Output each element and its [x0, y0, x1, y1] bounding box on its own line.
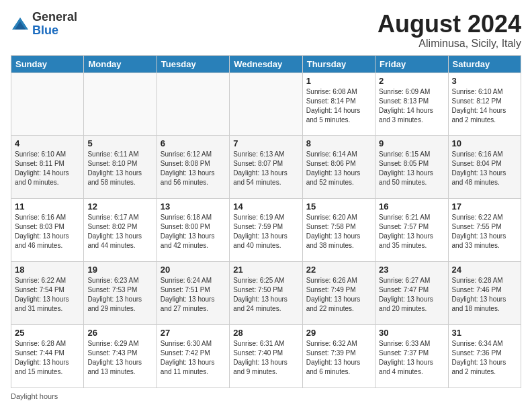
day-number: 18 [15, 265, 80, 275]
day-number: 20 [161, 265, 226, 275]
day-number: 25 [15, 328, 80, 338]
calendar-cell [11, 73, 84, 136]
calendar-cell: 18Sunrise: 6:22 AM Sunset: 7:54 PM Dayli… [11, 262, 84, 325]
day-number: 24 [452, 265, 517, 275]
day-info: Sunrise: 6:12 AM Sunset: 8:08 PM Dayligh… [161, 150, 226, 187]
calendar-cell: 7Sunrise: 6:13 AM Sunset: 8:07 PM Daylig… [230, 136, 302, 199]
calendar-cell [157, 73, 229, 136]
day-info: Sunrise: 6:27 AM Sunset: 7:47 PM Dayligh… [379, 276, 444, 314]
calendar-day-header: Tuesday [157, 55, 229, 73]
logo-general-text: General [32, 10, 77, 24]
calendar-cell: 23Sunrise: 6:27 AM Sunset: 7:47 PM Dayli… [375, 262, 448, 325]
day-number: 7 [233, 138, 298, 148]
day-info: Sunrise: 6:08 AM Sunset: 8:14 PM Dayligh… [306, 87, 371, 125]
calendar-day-header: Monday [84, 55, 157, 73]
calendar-cell: 31Sunrise: 6:34 AM Sunset: 7:36 PM Dayli… [448, 325, 521, 388]
calendar-week-row: 18Sunrise: 6:22 AM Sunset: 7:54 PM Dayli… [11, 262, 521, 325]
calendar-cell: 25Sunrise: 6:28 AM Sunset: 7:44 PM Dayli… [11, 325, 84, 388]
calendar-cell: 16Sunrise: 6:21 AM Sunset: 7:57 PM Dayli… [375, 199, 448, 262]
day-info: Sunrise: 6:29 AM Sunset: 7:43 PM Dayligh… [87, 339, 152, 377]
day-info: Sunrise: 6:21 AM Sunset: 7:57 PM Dayligh… [379, 213, 444, 250]
day-number: 29 [306, 328, 371, 338]
calendar-cell: 3Sunrise: 6:10 AM Sunset: 8:12 PM Daylig… [448, 73, 521, 136]
day-number: 21 [233, 265, 298, 275]
day-info: Sunrise: 6:22 AM Sunset: 7:55 PM Dayligh… [452, 213, 517, 250]
day-info: Sunrise: 6:22 AM Sunset: 7:54 PM Dayligh… [15, 276, 80, 314]
day-info: Sunrise: 6:14 AM Sunset: 8:06 PM Dayligh… [306, 150, 371, 187]
calendar-cell: 28Sunrise: 6:31 AM Sunset: 7:40 PM Dayli… [230, 325, 302, 388]
calendar-cell: 30Sunrise: 6:33 AM Sunset: 7:37 PM Dayli… [375, 325, 448, 388]
day-info: Sunrise: 6:24 AM Sunset: 7:51 PM Dayligh… [161, 276, 226, 314]
day-info: Sunrise: 6:09 AM Sunset: 8:13 PM Dayligh… [379, 87, 444, 125]
calendar-day-header: Thursday [302, 55, 375, 73]
title-block: August 2024 Aliminusa, Sicily, Italy [378, 11, 521, 50]
day-info: Sunrise: 6:20 AM Sunset: 7:58 PM Dayligh… [306, 213, 371, 250]
calendar-cell [230, 73, 302, 136]
day-info: Sunrise: 6:25 AM Sunset: 7:50 PM Dayligh… [233, 276, 298, 314]
day-info: Sunrise: 6:30 AM Sunset: 7:42 PM Dayligh… [161, 339, 226, 377]
calendar-day-header: Saturday [448, 55, 521, 73]
calendar-cell: 10Sunrise: 6:16 AM Sunset: 8:04 PM Dayli… [448, 136, 521, 199]
calendar-cell: 26Sunrise: 6:29 AM Sunset: 7:43 PM Dayli… [84, 325, 157, 388]
daylight-label: Daylight hours [11, 392, 58, 400]
day-number: 5 [87, 138, 152, 148]
calendar-cell: 9Sunrise: 6:15 AM Sunset: 8:05 PM Daylig… [375, 136, 448, 199]
day-info: Sunrise: 6:18 AM Sunset: 8:00 PM Dayligh… [161, 213, 226, 250]
day-number: 13 [161, 201, 226, 212]
day-number: 16 [379, 201, 444, 212]
calendar-cell: 21Sunrise: 6:25 AM Sunset: 7:50 PM Dayli… [230, 262, 302, 325]
day-number: 3 [452, 76, 517, 86]
calendar-cell: 11Sunrise: 6:16 AM Sunset: 8:03 PM Dayli… [11, 199, 84, 262]
calendar-cell: 24Sunrise: 6:28 AM Sunset: 7:46 PM Dayli… [448, 262, 521, 325]
day-number: 9 [379, 138, 444, 148]
calendar-day-header: Sunday [11, 55, 84, 73]
day-info: Sunrise: 6:16 AM Sunset: 8:03 PM Dayligh… [15, 213, 80, 250]
day-number: 6 [161, 138, 226, 148]
day-info: Sunrise: 6:13 AM Sunset: 8:07 PM Dayligh… [233, 150, 298, 187]
day-info: Sunrise: 6:15 AM Sunset: 8:05 PM Dayligh… [379, 150, 444, 187]
logo-text: General Blue [32, 11, 77, 38]
day-number: 27 [161, 328, 226, 338]
calendar-cell: 6Sunrise: 6:12 AM Sunset: 8:08 PM Daylig… [157, 136, 229, 199]
day-number: 2 [379, 76, 444, 86]
footer-note: Daylight hours [11, 392, 521, 400]
calendar-week-row: 4Sunrise: 6:10 AM Sunset: 8:11 PM Daylig… [11, 136, 521, 199]
day-number: 22 [306, 265, 371, 275]
day-number: 17 [452, 201, 517, 212]
calendar-cell: 4Sunrise: 6:10 AM Sunset: 8:11 PM Daylig… [11, 136, 84, 199]
day-number: 12 [87, 201, 152, 212]
day-number: 30 [379, 328, 444, 338]
day-number: 28 [233, 328, 298, 338]
calendar-cell: 22Sunrise: 6:26 AM Sunset: 7:49 PM Dayli… [302, 262, 375, 325]
day-number: 14 [233, 201, 298, 212]
day-info: Sunrise: 6:10 AM Sunset: 8:11 PM Dayligh… [15, 150, 80, 187]
day-info: Sunrise: 6:16 AM Sunset: 8:04 PM Dayligh… [452, 150, 517, 187]
day-number: 19 [87, 265, 152, 275]
calendar-cell: 13Sunrise: 6:18 AM Sunset: 8:00 PM Dayli… [157, 199, 229, 262]
calendar-cell: 17Sunrise: 6:22 AM Sunset: 7:55 PM Dayli… [448, 199, 521, 262]
day-info: Sunrise: 6:28 AM Sunset: 7:46 PM Dayligh… [452, 276, 517, 314]
logo-icon [11, 15, 30, 34]
day-info: Sunrise: 6:32 AM Sunset: 7:39 PM Dayligh… [306, 339, 371, 377]
day-number: 10 [452, 138, 517, 148]
calendar-cell: 19Sunrise: 6:23 AM Sunset: 7:53 PM Dayli… [84, 262, 157, 325]
month-year: August 2024 [378, 11, 521, 38]
calendar-week-row: 25Sunrise: 6:28 AM Sunset: 7:44 PM Dayli… [11, 325, 521, 388]
day-number: 31 [452, 328, 517, 338]
calendar-cell: 14Sunrise: 6:19 AM Sunset: 7:59 PM Dayli… [230, 199, 302, 262]
day-info: Sunrise: 6:34 AM Sunset: 7:36 PM Dayligh… [452, 339, 517, 377]
page: General Blue August 2024 Aliminusa, Sici… [0, 0, 532, 411]
calendar-cell: 1Sunrise: 6:08 AM Sunset: 8:14 PM Daylig… [302, 73, 375, 136]
calendar-cell: 2Sunrise: 6:09 AM Sunset: 8:13 PM Daylig… [375, 73, 448, 136]
day-info: Sunrise: 6:23 AM Sunset: 7:53 PM Dayligh… [87, 276, 152, 314]
calendar-cell: 15Sunrise: 6:20 AM Sunset: 7:58 PM Dayli… [302, 199, 375, 262]
day-info: Sunrise: 6:31 AM Sunset: 7:40 PM Dayligh… [233, 339, 298, 377]
day-number: 8 [306, 138, 371, 148]
calendar-week-row: 1Sunrise: 6:08 AM Sunset: 8:14 PM Daylig… [11, 73, 521, 136]
calendar-day-header: Friday [375, 55, 448, 73]
day-info: Sunrise: 6:10 AM Sunset: 8:12 PM Dayligh… [452, 87, 517, 125]
logo: General Blue [11, 11, 77, 38]
logo-blue-text: Blue [32, 24, 58, 37]
calendar-header-row: SundayMondayTuesdayWednesdayThursdayFrid… [11, 55, 521, 73]
day-info: Sunrise: 6:19 AM Sunset: 7:59 PM Dayligh… [233, 213, 298, 250]
